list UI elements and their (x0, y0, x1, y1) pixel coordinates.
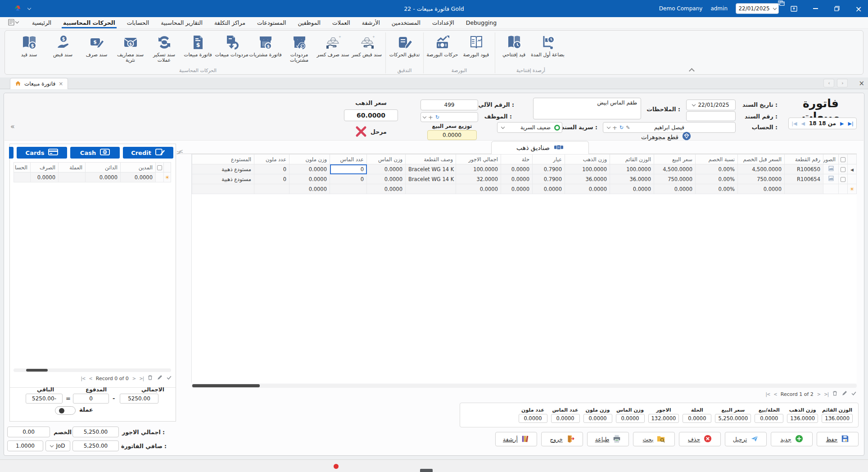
account-add-icon[interactable]: + (612, 124, 617, 131)
header-collapse-icon[interactable]: « (10, 122, 15, 131)
price-distribution-field[interactable]: 0.0000 (427, 130, 477, 140)
tab-scroll-left-icon[interactable]: ‹ (823, 79, 834, 87)
menu-item-employees[interactable]: الموظفين (292, 17, 326, 28)
session-date-picker[interactable]: 22/01/2025 (736, 3, 779, 14)
select-all-checkbox[interactable] (839, 154, 848, 164)
col-debit[interactable]: المدين (121, 163, 156, 172)
exchange-rate-field[interactable]: 1.0000 (7, 440, 43, 451)
col-colored-weight[interactable]: وزن ملون (289, 154, 330, 164)
menu-item-accounts[interactable]: الحسابات (121, 17, 155, 28)
row-checkbox[interactable] (156, 172, 164, 182)
col-price-before-discount[interactable]: السعر قبل الخصم (738, 154, 785, 164)
menu-item-debugging[interactable]: Debugging (460, 17, 502, 28)
col-diamond-weight[interactable]: وزن الماس (367, 154, 406, 164)
ribbon-item-audit-transactions[interactable]: تدقيق الحركات (388, 32, 421, 64)
col-exchange[interactable]: الصرف (31, 163, 59, 172)
grid-first-record-icon[interactable]: |< (766, 392, 770, 397)
payment-tab-partial-button[interactable] (9, 147, 14, 159)
payments-scrollbar[interactable] (14, 368, 171, 372)
col-gold-weight[interactable]: وزن الذهب (565, 154, 610, 164)
paid-field[interactable]: 0 (73, 394, 109, 404)
cash-button[interactable]: Cash 0 (70, 147, 120, 159)
currency-select[interactable]: JoD (45, 440, 70, 451)
ribbon-item-purchase-returns[interactable]: مردودات مشتريات (282, 32, 316, 64)
col-total-fees[interactable]: اجمالي الاجور (456, 154, 501, 164)
employee-dropdown-icon[interactable] (423, 114, 426, 118)
ribbon-item-currency-closing-voucher[interactable]: سند تسكير عملات (147, 32, 181, 64)
currency-toggle[interactable] (55, 406, 76, 415)
net-invoice-field[interactable]: 5,250.00 (72, 440, 119, 451)
payments-prev-record-icon[interactable]: < (89, 376, 92, 381)
col-diamond-count[interactable]: عدد الماس (330, 154, 367, 164)
archive-button[interactable]: أرشفة (495, 432, 537, 446)
menu-item-archiving[interactable]: الأرشفة (356, 17, 386, 28)
search-button[interactable]: بحث (633, 432, 675, 446)
payments-last-record-icon[interactable]: >| (139, 376, 144, 381)
gold-price-field[interactable]: 60.0000 (344, 109, 398, 121)
col-piece-description[interactable]: وصف القطعة (406, 154, 456, 164)
minimize-button[interactable] (809, 3, 822, 14)
col-warehouse[interactable]: المستودع (192, 154, 254, 164)
employee-field[interactable]: + ↻ (420, 112, 478, 122)
row-checkbox[interactable] (839, 164, 848, 174)
payments-next-record-icon[interactable]: > (132, 376, 136, 381)
grid-edit-row-icon[interactable] (841, 390, 847, 398)
grid-commit-row-icon[interactable] (851, 390, 857, 398)
discount-field[interactable]: 0.00 (7, 427, 50, 437)
ribbon-item-exchange-entries[interactable]: قيود البورصة (459, 32, 493, 64)
menu-item-home[interactable]: الرئيسية (26, 17, 57, 28)
tab-sales-invoice[interactable]: فاتورة مبيعات × (10, 78, 68, 89)
doc-number-field[interactable] (686, 111, 736, 121)
save-button[interactable]: حفظ (817, 432, 859, 446)
col-account[interactable]: الحسا (14, 163, 31, 172)
ribbon-item-exchange-transactions[interactable]: حركات البورصة (425, 32, 459, 64)
grid-horizontal-scrollbar[interactable] (191, 384, 857, 388)
credit-button[interactable]: Credit (123, 147, 173, 159)
payments-delete-row-icon[interactable] (147, 375, 153, 382)
tab-gold-boxes[interactable]: 0 صناديق ذهب (491, 141, 589, 154)
panel-collapse-icon[interactable]: > (176, 150, 181, 156)
col-hala[interactable]: حلة (501, 154, 533, 164)
col-gross-weight[interactable]: الوزن القائم (610, 154, 654, 164)
ribbon-item-sales-invoice[interactable]: $ فاتورة مبيعات (181, 32, 215, 64)
scrollbar-thumb[interactable] (26, 369, 48, 372)
grid-delete-row-icon[interactable] (832, 390, 838, 398)
cards-button[interactable]: Cards (17, 147, 67, 159)
menu-item-users[interactable]: المستخدمين (386, 17, 426, 28)
ribbon-item-sales-returns[interactable]: $ مردودات مبيعات (215, 32, 249, 64)
restore-button[interactable] (830, 3, 844, 14)
row-image-icon[interactable] (823, 164, 839, 174)
account-edit-icon[interactable]: ✎ (626, 125, 630, 131)
quick-access-caret-icon[interactable] (27, 6, 31, 9)
new-button[interactable]: جديد (771, 432, 813, 446)
row-image-icon[interactable] (823, 174, 839, 184)
row-checkbox[interactable] (839, 174, 848, 184)
ribbon-item-opening-stock[interactable]: بضاعة أول المدة (531, 32, 565, 64)
ribbon-item-petty-expense-voucher[interactable]: $ سند مصاريف نثرية (113, 32, 147, 64)
select-all-checkbox[interactable] (156, 163, 164, 172)
col-credit[interactable]: الدائن (86, 163, 121, 172)
payments-first-record-icon[interactable]: |< (81, 376, 86, 381)
tab-close-icon[interactable]: × (59, 81, 63, 87)
tab-bar-close-icon[interactable]: × (859, 79, 864, 87)
total-fees-field[interactable]: 5,250.00 (72, 427, 119, 437)
row-checkbox[interactable] (839, 184, 848, 194)
col-currency[interactable]: العملة (59, 163, 86, 172)
col-sell-price[interactable]: سعر البيع (654, 154, 696, 164)
grid-prev-record-icon[interactable]: < (773, 392, 777, 397)
last-record-icon[interactable]: ▶| (848, 121, 853, 127)
ribbon-item-opening-entry[interactable]: قيد إفتتاحي (497, 32, 531, 64)
auto-number-field[interactable]: 499 (420, 100, 478, 110)
menu-item-accounting-transactions[interactable]: الحركات المحاسبية (57, 17, 121, 28)
ribbon-item-journal-voucher[interactable]: $ سند قيد (12, 32, 46, 64)
account-dropdown-icon[interactable] (607, 125, 610, 128)
menu-item-cost-centers[interactable]: مراكز التكلفة (208, 17, 251, 28)
menu-item-warehouses[interactable]: المستودعات (251, 17, 292, 28)
next-record-icon[interactable]: ▶ (840, 121, 844, 127)
employee-refresh-icon[interactable]: ↻ (435, 114, 439, 120)
total-field[interactable]: 5250.00 (120, 394, 158, 404)
employee-add-icon[interactable]: + (428, 114, 433, 121)
first-record-icon[interactable]: |◀ (791, 121, 797, 127)
menu-item-settings[interactable]: الإعدادات (426, 17, 460, 28)
menu-item-currencies[interactable]: العملات (326, 17, 356, 28)
